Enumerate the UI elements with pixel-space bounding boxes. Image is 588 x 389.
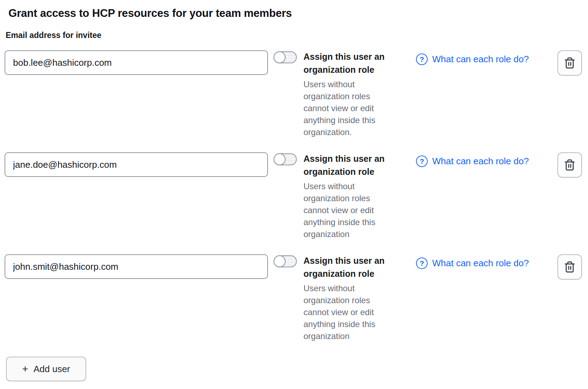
question-circle-icon: ? xyxy=(416,53,428,65)
role-text-block: Assign this user an organization role Us… xyxy=(303,254,399,342)
invite-row: Assign this user an organization role Us… xyxy=(5,50,582,138)
role-helper-text: Users without organization roles cannot … xyxy=(303,78,390,138)
trash-icon xyxy=(564,57,576,69)
role-info-link[interactable]: ? What can each role do? xyxy=(416,53,529,65)
trash-icon xyxy=(564,159,576,171)
role-info-link[interactable]: ? What can each role do? xyxy=(416,257,529,269)
role-helper-text: Users without organization roles cannot … xyxy=(303,180,390,240)
org-role-toggle[interactable] xyxy=(274,51,297,63)
role-text-block: Assign this user an organization role Us… xyxy=(303,152,399,240)
role-helper-text: Users without organization roles cannot … xyxy=(303,282,390,342)
add-user-label: Add user xyxy=(33,364,70,375)
email-input[interactable] xyxy=(5,50,268,75)
toggle-knob xyxy=(274,153,286,165)
delete-row-button[interactable] xyxy=(557,50,582,76)
email-input[interactable] xyxy=(5,152,268,177)
email-invitee-label: Email address for invitee xyxy=(6,31,582,40)
role-info-link-label: What can each role do? xyxy=(432,258,529,269)
page-title: Grant access to HCP resources for your t… xyxy=(8,7,582,20)
email-input[interactable] xyxy=(5,254,268,279)
question-circle-icon: ? xyxy=(416,257,428,269)
toggle-knob xyxy=(274,255,286,267)
toggle-knob xyxy=(274,51,286,63)
role-label: Assign this user an organization role xyxy=(303,50,399,76)
role-label: Assign this user an organization role xyxy=(303,254,399,280)
plus-icon: + xyxy=(22,364,28,374)
invite-row: Assign this user an organization role Us… xyxy=(5,254,582,342)
add-user-button[interactable]: + Add user xyxy=(6,357,86,381)
role-info-link[interactable]: ? What can each role do? xyxy=(416,155,529,167)
delete-row-button[interactable] xyxy=(557,254,582,280)
role-info-link-label: What can each role do? xyxy=(432,156,529,167)
role-info-link-label: What can each role do? xyxy=(432,54,529,65)
org-role-toggle[interactable] xyxy=(274,255,297,267)
org-role-toggle[interactable] xyxy=(274,153,297,165)
role-text-block: Assign this user an organization role Us… xyxy=(303,50,399,138)
invite-rows: Assign this user an organization role Us… xyxy=(5,50,582,342)
delete-row-button[interactable] xyxy=(557,152,582,178)
invite-users-form: Grant access to HCP resources for your t… xyxy=(0,0,588,381)
invite-row: Assign this user an organization role Us… xyxy=(5,152,582,240)
role-label: Assign this user an organization role xyxy=(303,152,399,178)
trash-icon xyxy=(564,261,576,273)
question-circle-icon: ? xyxy=(416,155,428,167)
